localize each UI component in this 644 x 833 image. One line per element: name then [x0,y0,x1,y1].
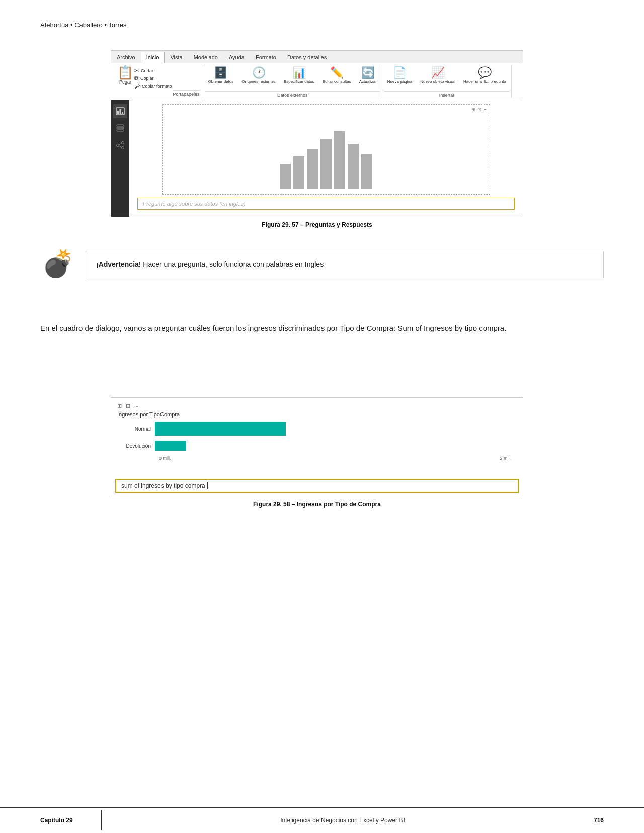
qa-placeholder-text: Pregunte algo sobre sus datos (en inglés… [143,201,246,207]
table-icon: 📊 [292,67,306,78]
bar-6 [348,144,359,189]
origenes-recientes-button[interactable]: 🕐 Orígenes recientes [238,65,279,87]
nueva-pagina-button[interactable]: 📄 Nueva página [384,65,415,87]
tab-modelado[interactable]: Modelado [188,52,223,63]
datos-externos-label: Datos externos [205,91,380,98]
tab-vista[interactable]: Vista [165,52,188,63]
ribbon-content: 📋 Pegar ✂ Cortar ⧉ Copiar [111,63,523,100]
focus-mode-icon: ⊞ [117,403,122,409]
edit-icon: ✏️ [330,67,344,78]
database-icon: 🗄️ [214,67,227,78]
warning-text: Hacer una pregunta, solo funciona con pa… [141,260,324,268]
svg-rect-2 [120,109,121,114]
xaxis-58: 0 mill. 2 mill. [122,456,512,461]
portapapeles-group: 📋 Pegar ✂ Cortar ⧉ Copiar [114,65,203,98]
bar-label-devolucion: Devolución [122,443,155,449]
bar-2 [293,156,304,189]
tab-ayuda[interactable]: Ayuda [223,52,250,63]
scissors-icon: ✂ [134,67,139,74]
copiar-formato-button[interactable]: 🖌 Copiar formato [134,82,172,90]
cortar-button[interactable]: ✂ Cortar [134,67,172,74]
more-58-icon: ··· [134,403,138,409]
body-text: En el cuadro de dialogo, vamos a pregunt… [40,322,604,335]
tab-datos-detalles[interactable]: Datos y detalles [282,52,332,63]
figure-57-caption: Figura 29. 57 – Preguntas y Respuests [111,221,523,228]
figure-58-caption: Figura 29. 58 – Ingresos por Tipo de Com… [111,501,523,508]
footer-page: 716 [584,817,644,824]
chart-toolbar-57: ⊞ ⊡ ··· [471,107,488,112]
svg-point-8 [122,142,124,144]
bar-5 [334,131,345,189]
bar-fill-devolucion [155,441,186,451]
hacer-pregunta-button[interactable]: 💬 Hacer una B... pregunta [460,65,509,87]
nuevo-objeto-visual-button[interactable]: 📈 Nuevo objeto visual [417,65,458,87]
chart-58-inner: ⊞ ⊡ ··· Ingresos por TipoCompra Normal D… [111,398,523,476]
figure-57-container: Archivo Inicio Vista Modelado Ayuda [111,50,523,228]
datos-externos-group: 🗄️ Obtener datos 🕐 Orígenes recientes 📊 … [203,65,382,98]
visual-icon: 📈 [431,67,445,78]
bomb-icon: 💣 [42,251,74,277]
focus-icon: ⊡ [477,107,481,112]
clock-icon: 🕐 [252,67,266,78]
cursor [206,482,208,489]
footer-title: Inteligencia de Negocios con Excel y Pow… [102,817,584,824]
tab-archivo[interactable]: Archivo [111,52,141,63]
actualizar-button[interactable]: 🔄 Actualizar [356,65,380,87]
svg-point-7 [117,144,119,147]
sidebar-report-icon[interactable] [113,104,127,118]
powerbi-screenshot-58: ⊞ ⊡ ··· Ingresos por TipoCompra Normal D… [111,397,523,496]
expand-icon: ⊞ [471,107,475,112]
editar-consultas-button[interactable]: ✏️ Editar consultas [319,65,354,87]
svg-rect-3 [122,112,123,114]
warning-section: 💣 ¡Advertencia! Hacer una pregunta, solo… [40,246,604,282]
qa-input-58[interactable]: sum of ingresos by tipo compra [115,479,519,493]
insertar-group: 📄 Nueva página 📈 Nuevo objeto visual 💬 H… [382,65,512,98]
chart-57: ⊞ ⊡ ··· [162,104,490,195]
insertar-items: 📄 Nueva página 📈 Nuevo objeto visual 💬 H… [384,65,509,91]
powerbi-screenshot-57: Archivo Inicio Vista Modelado Ayuda [111,50,523,217]
more-icon: ··· [484,107,488,112]
svg-line-10 [119,143,122,145]
bar-3 [307,149,318,189]
copy-icon: ⧉ [134,75,139,82]
bar-row-devolucion: Devolución [122,441,512,451]
tab-formato[interactable]: Formato [250,52,282,63]
footer-chapter: Capítulo 29 [0,817,101,824]
especificar-datos-button[interactable]: 📊 Especificar datos [281,65,317,87]
pegar-button[interactable]: 📋 Pegar [117,66,133,85]
left-sidebar [111,100,129,217]
svg-rect-4 [117,125,124,126]
obtener-datos-button[interactable]: 🗄️ Obtener datos [205,65,237,87]
bar-label-normal: Normal [122,426,155,432]
figure-58-container: ⊞ ⊡ ··· Ingresos por TipoCompra Normal D… [111,397,523,508]
copiar-button[interactable]: ⧉ Copiar [134,75,172,82]
chart-58-title: Ingresos por TipoCompra [117,411,517,418]
warning-prefix: ¡Advertencia! [96,260,141,268]
qa-input-57[interactable]: Pregunte algo sobre sus datos (en inglés… [137,198,515,210]
bar-1 [280,164,291,189]
bar-4 [320,139,332,189]
sidebar-model-icon[interactable] [113,138,127,152]
bar-row-normal: Normal [122,422,512,436]
tab-inicio[interactable]: Inicio [141,52,165,63]
qa-value-text: sum of ingresos by tipo compra [121,482,205,489]
svg-rect-6 [117,130,124,131]
question-icon: 💬 [478,67,492,78]
authors-text: Atehortúa • Caballero • Torres [40,21,126,29]
insertar-label: Insertar [384,91,509,98]
svg-point-9 [122,147,124,149]
pegar-label: Pegar [119,79,131,85]
expand-58-icon: ⊡ [126,403,130,409]
datos-externos-items: 🗄️ Obtener datos 🕐 Orígenes recientes 📊 … [205,65,380,91]
bomb-icon-area: 💣 [40,246,75,282]
page: Atehortúa • Caballero • Torres Archivo I… [0,0,644,833]
svg-rect-5 [117,127,124,129]
body-paragraph: En el cuadro de dialogo, vamos a pregunt… [40,324,506,332]
main-panel: ⊞ ⊡ ··· [111,100,523,217]
clipboard-small-items: ✂ Cortar ⧉ Copiar 🖌 Copiar formato [134,66,172,90]
canvas-area: ⊞ ⊡ ··· [129,100,523,217]
sidebar-data-icon[interactable] [113,121,127,135]
format-painter-icon: 🖌 [134,82,140,90]
author-line: Atehortúa • Caballero • Torres [40,21,126,29]
svg-line-11 [119,146,122,147]
